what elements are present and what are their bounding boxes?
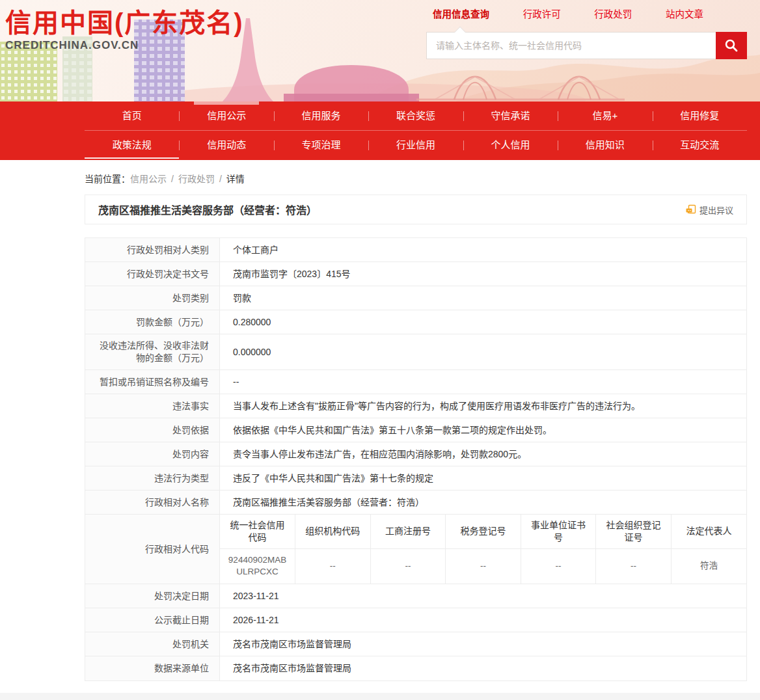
breadcrumb-admin-penalty[interactable]: 行政处罚 <box>178 174 215 184</box>
codes-value-institution-cert-no: -- <box>521 548 596 584</box>
field-value: 茂名市茂南区市场监督管理局 <box>220 632 746 656</box>
field-label: 处罚依据 <box>85 418 220 442</box>
logo-title: 信用中国(广东茂名) <box>5 8 244 38</box>
breadcrumb-separator: / <box>219 174 222 184</box>
codes-value-row: 92440902MABULRPCXC -- -- -- -- -- 符浩 <box>220 548 746 584</box>
header-right: 信用信息查询 行政许可 行政处罚 站内文章 <box>426 7 747 59</box>
table-row: 处罚内容 责令当事人停止发布违法广告，在相应范围内消除影响，处罚款2800元。 <box>85 442 746 466</box>
nav-item-credit-publicity[interactable]: 信用公示 <box>179 101 273 130</box>
dissent-icon <box>686 204 696 215</box>
title-card: 茂南区福推推生活美容服务部（经营者：符浩） 提出异议 <box>85 195 747 224</box>
field-label: 处罚内容 <box>85 442 220 466</box>
field-label: 行政处罚决定书文号 <box>85 262 220 286</box>
breadcrumb-prefix: 当前位置： <box>85 174 130 184</box>
codes-value-unified-credit-code: 92440902MABULRPCXC <box>220 548 295 584</box>
search-input[interactable] <box>426 32 716 59</box>
nav-item-interaction[interactable]: 互动交流 <box>653 131 747 160</box>
field-value: 茂南市监罚字〔2023〕415号 <box>220 262 746 286</box>
table-row: 行政相对人名称 茂南区福推推生活美容服务部（经营者：符浩） <box>85 491 746 515</box>
breadcrumb-credit-publicity[interactable]: 信用公示 <box>130 174 167 184</box>
quick-link-site-articles[interactable]: 站内文章 <box>666 7 703 23</box>
site-header: 信用中国(广东茂名) CREDITCHINA.GOV.CN 信用信息查询 行政许… <box>0 0 760 101</box>
table-row: 没收违法所得、没收非法财物的金额（万元） 0.000000 <box>85 334 746 370</box>
field-value: 责令当事人停止发布违法广告，在相应范围内消除影响，处罚款2800元。 <box>220 442 746 466</box>
codes-header-row: 统一社会信用代码 组织机构代码 工商注册号 税务登记号 事业单位证书号 社会组织… <box>220 515 746 548</box>
field-value: 2026-11-21 <box>220 608 746 632</box>
nav-item-joint-reward-punish[interactable]: 联合奖惩 <box>368 101 463 130</box>
search-bar <box>426 32 747 59</box>
field-value: 罚款 <box>220 286 746 310</box>
quick-link-credit-info-query[interactable]: 信用信息查询 <box>433 7 489 23</box>
search-button[interactable] <box>716 32 747 59</box>
codes-col-unified-credit-code: 统一社会信用代码 <box>220 515 295 548</box>
nav-item-special-governance[interactable]: 专项治理 <box>274 131 368 160</box>
main-content: 当前位置：信用公示/行政处罚/详情 茂南区福推推生活美容服务部（经营者：符浩） … <box>85 172 747 681</box>
table-row: 罚款金额（万元） 0.280000 <box>85 310 746 334</box>
field-label: 公示截止日期 <box>85 608 220 632</box>
site-logo[interactable]: 信用中国(广东茂名) CREDITCHINA.GOV.CN <box>5 8 244 52</box>
nav-item-home[interactable]: 首页 <box>85 101 179 130</box>
nav-item-credit-service[interactable]: 信用服务 <box>274 101 368 130</box>
codes-table: 统一社会信用代码 组织机构代码 工商注册号 税务登记号 事业单位证书号 社会组织… <box>220 515 746 584</box>
table-row: 行政处罚相对人类别 个体工商户 <box>85 238 746 262</box>
logo-subtitle: CREDITCHINA.GOV.CN <box>5 39 244 52</box>
dissent-label: 提出异议 <box>699 204 733 216</box>
field-label: 行政处罚相对人类别 <box>85 238 220 262</box>
codes-col-institution-cert-no: 事业单位证书号 <box>521 515 596 548</box>
breadcrumb-separator: / <box>171 174 174 184</box>
quick-link-admin-penalty[interactable]: 行政处罚 <box>594 7 632 23</box>
codes-col-social-org-reg-no: 社会组织登记证号 <box>596 515 672 548</box>
nav-row-2: 政策法规 信用动态 专项治理 行业信用 个人信用 信用知识 互动交流 <box>0 131 760 160</box>
nav-item-credit-repair[interactable]: 信用修复 <box>653 101 747 130</box>
field-label: 罚款金额（万元） <box>85 310 220 334</box>
nav-item-policy-regulation[interactable]: 政策法规 <box>85 131 179 160</box>
field-value: 个体工商户 <box>220 238 746 262</box>
footer-band <box>0 693 760 700</box>
breadcrumb: 当前位置：信用公示/行政处罚/详情 <box>85 172 747 185</box>
codes-col-business-reg-no: 工商注册号 <box>370 515 446 548</box>
quick-link-admin-license[interactable]: 行政许可 <box>523 7 561 23</box>
codes-table-cell: 统一社会信用代码 组织机构代码 工商注册号 税务登记号 事业单位证书号 社会组织… <box>220 515 746 584</box>
field-value: 0.280000 <box>220 310 746 334</box>
table-row: 数据来源单位 茂名市茂南区市场监督管理局 <box>85 656 746 680</box>
field-label: 数据来源单位 <box>85 656 220 680</box>
table-row: 处罚机关 茂名市茂南区市场监督管理局 <box>85 632 746 656</box>
nav-item-credit-news[interactable]: 信用动态 <box>179 131 273 160</box>
nav-item-personal-credit[interactable]: 个人信用 <box>463 131 558 160</box>
nav-item-trust-commitment[interactable]: 守信承诺 <box>463 101 558 130</box>
table-row-codes: 行政相对人代码 统一社会信用代码 组织机构代码 工商注册号 税务登记号 事业单位… <box>85 515 746 584</box>
field-value: 违反了《中华人民共和国广告法》第十七条的规定 <box>220 466 746 490</box>
main-navigation: 首页 信用公示 信用服务 联合奖惩 守信承诺 信易+ 信用修复 政策法规 信用动… <box>0 101 760 160</box>
codes-value-social-org-reg-no: -- <box>596 548 672 584</box>
nav-item-credit-plus[interactable]: 信易+ <box>558 101 652 130</box>
field-label: 暂扣或吊销证照名称及编号 <box>85 370 220 394</box>
field-label: 没收违法所得、没收非法财物的金额（万元） <box>85 334 220 370</box>
nav-item-credit-knowledge[interactable]: 信用知识 <box>558 131 652 160</box>
nav-item-industry-credit[interactable]: 行业信用 <box>368 131 463 160</box>
breadcrumb-detail: 详情 <box>226 174 245 184</box>
field-value: 2023-11-21 <box>220 584 746 608</box>
table-row: 行政处罚决定书文号 茂南市监罚字〔2023〕415号 <box>85 262 746 286</box>
field-label: 违法行为类型 <box>85 466 220 490</box>
codes-value-legal-representative: 符浩 <box>671 548 746 584</box>
codes-col-org-code: 组织机构代码 <box>295 515 371 548</box>
table-row: 暂扣或吊销证照名称及编号 -- <box>85 370 746 394</box>
quick-links: 信用信息查询 行政许可 行政处罚 站内文章 <box>433 7 703 23</box>
field-label: 处罚类别 <box>85 286 220 310</box>
codes-col-tax-reg-no: 税务登记号 <box>446 515 521 548</box>
table-row: 处罚决定日期 2023-11-21 <box>85 584 746 608</box>
codes-value-org-code: -- <box>295 548 371 584</box>
field-value: 茂名市茂南区市场监督管理局 <box>220 656 746 680</box>
field-label: 处罚机关 <box>85 632 220 656</box>
field-value: 0.000000 <box>220 334 746 370</box>
field-value: 茂南区福推推生活美容服务部（经营者：符浩） <box>220 491 746 514</box>
page-title: 茂南区福推推生活美容服务部（经营者：符浩） <box>98 202 317 217</box>
penalty-detail-table: 行政处罚相对人类别 个体工商户 行政处罚决定书文号 茂南市监罚字〔2023〕41… <box>85 237 747 681</box>
codes-value-business-reg-no: -- <box>370 548 446 584</box>
field-label: 违法事实 <box>85 394 220 418</box>
table-row: 处罚依据 依据依据《中华人民共和国广告法》第五十八条第一款第二项的规定作出处罚。 <box>85 418 746 442</box>
field-label: 行政相对人代码 <box>85 515 220 584</box>
field-value: 当事人发布上述含有"拔筋正骨"等广告内容的行为，构成了使用医疗用语发布非医疗广告… <box>220 394 746 418</box>
field-label: 行政相对人名称 <box>85 491 220 514</box>
dissent-link[interactable]: 提出异议 <box>686 204 733 216</box>
